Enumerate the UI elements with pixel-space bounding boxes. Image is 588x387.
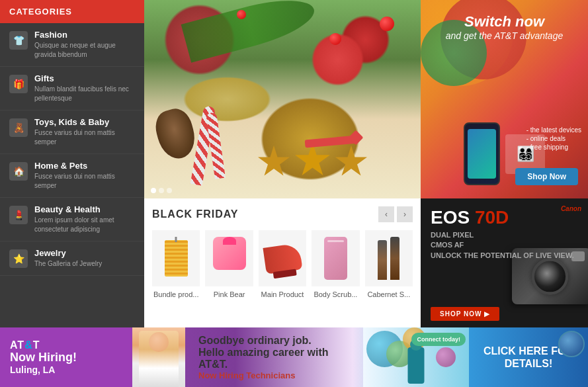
hero-image: [144, 0, 421, 198]
dot-1[interactable]: [151, 188, 156, 193]
att-phone-screen: [468, 129, 496, 179]
products-section: BLACK FRIDAY ‹ › Bundle prod...: [144, 198, 421, 327]
sidebar-item-beauty[interactable]: 💄 Beauty & Health Lorem ipsum dolor sit …: [0, 198, 144, 241]
product-item-body-scrub[interactable]: Body Scrub...: [312, 230, 359, 298]
att-globe-icon: [558, 331, 585, 357]
cookies-decoration: [257, 142, 368, 179]
bundle-image: [152, 230, 200, 286]
att-feature-1: - the latest devices: [526, 126, 581, 134]
dot-2[interactable]: [159, 188, 164, 193]
home-title: Home & Pets: [34, 161, 135, 171]
products-header: BLACK FRIDAY ‹ ›: [152, 206, 413, 222]
att-hello-text: Hello amazing career with AT&T.: [198, 347, 350, 370]
next-arrow[interactable]: ›: [397, 206, 413, 222]
fashion-desc: Quisque ac neque et augue gravida bibend…: [34, 41, 135, 60]
cabernet-name: Cabernet S...: [365, 290, 413, 298]
beauty-icon: 💄: [9, 206, 28, 224]
att-connect-section[interactable]: CLICK HERE FOR DETAILS!: [469, 327, 588, 387]
att-phone: [464, 122, 500, 185]
fashion-content: Fashion Quisque ac neque et augue gravid…: [34, 30, 135, 60]
prev-arrow[interactable]: ‹: [378, 206, 394, 222]
pink-bear-name: Pink Bear: [205, 290, 253, 298]
dot-3[interactable]: [167, 188, 172, 193]
eos-feature-1: DUAL PIXEL: [431, 230, 574, 240]
pine-cone-decoration: [151, 105, 200, 163]
att-advertisement[interactable]: Switch now and get the AT&T advantage 👨‍…: [421, 0, 588, 198]
eos-tagline: UNLOCK THE POTENTIAL OF LIVE VIEW.: [431, 251, 574, 261]
jewelry-content: Jewelry The Galleria of Jewelry: [34, 248, 102, 269]
eos-shop-button[interactable]: SHOP NOW ▶: [431, 307, 499, 321]
hero-slider[interactable]: [144, 0, 421, 198]
product-item-main-product[interactable]: Main Product: [259, 230, 306, 298]
ornament-3: [237, 10, 246, 19]
body-scrub-name: Body Scrub...: [312, 290, 359, 298]
home-icon: 🏠: [9, 162, 28, 181]
product-item-bundle[interactable]: Bundle prod...: [152, 230, 200, 298]
eos-features: DUAL PIXEL CMOS AF UNLOCK THE POTENTIAL …: [431, 230, 574, 261]
slider-dots: [151, 188, 172, 193]
att-feature-3: - free shipping: [526, 144, 581, 151]
jewelry-icon: ⭐: [9, 249, 28, 268]
sidebar-item-jewelry[interactable]: ⭐ Jewelry The Galleria of Jewelry: [0, 241, 144, 276]
camera-lens: [532, 258, 568, 294]
att-location: Luling, LA: [10, 365, 122, 375]
sidebar-item-gifts[interactable]: 🎁 Gifts Nullam blandit faucibus felis ne…: [0, 67, 144, 110]
eos-model: EOS 70D: [431, 208, 574, 227]
bundle-name: Bundle prod...: [152, 290, 200, 298]
home-desc: Fusce varius dui non mattis semper: [34, 172, 135, 191]
att-switch-text: Switch now: [446, 13, 563, 30]
products-inner: BLACK FRIDAY ‹ › Bundle prod...: [144, 198, 421, 306]
sidebar-item-toys[interactable]: 🧸 Toys, Kids & Baby Fusce varius dui non…: [0, 110, 144, 154]
product-item-pink-bear[interactable]: Pink Bear: [205, 230, 253, 298]
fashion-title: Fashion: [34, 30, 135, 40]
sidebar-header: CATEGORIES: [0, 0, 144, 23]
att-shop-button[interactable]: Shop Now: [515, 168, 578, 185]
toys-title: Toys, Kids & Baby: [34, 117, 135, 127]
att-bubble-area: Connect today!: [363, 327, 469, 387]
gifts-icon: 🎁: [9, 75, 28, 93]
ornament-1: [380, 17, 394, 31]
body-scrub-image: [312, 230, 359, 286]
branch-decoration: [181, 0, 319, 63]
att-advantage-text: and get the AT&T advantage: [446, 30, 563, 41]
jewelry-desc: The Galleria of Jewelry: [34, 259, 102, 269]
beauty-content: Beauty & Health Lorem ipsum dolor sit am…: [34, 204, 135, 234]
bottom-area: BLACK FRIDAY ‹ › Bundle prod...: [144, 198, 588, 327]
products-grid: Bundle prod... Pink Bear Main Product Bo…: [152, 230, 413, 298]
cabernet-image: [365, 230, 413, 286]
att-middle-text: Goodbye ordinary job. Hello amazing care…: [185, 327, 363, 387]
att-technicians-text: Now Hiring Technicians: [198, 370, 350, 380]
gifts-content: Gifts Nullam blandit faucibus felis nec …: [34, 73, 135, 103]
pink-bear-image: [205, 230, 253, 286]
canon-logo: Canon: [561, 205, 581, 212]
nav-arrows: ‹ ›: [378, 206, 413, 222]
bottom-banner: AT&T Now Hiring! Luling, LA Goodbye ordi…: [0, 327, 588, 387]
toys-icon: 🧸: [9, 118, 28, 137]
fashion-icon: 👕: [9, 31, 28, 50]
gifts-title: Gifts: [34, 73, 135, 83]
sidebar-item-home[interactable]: 🏠 Home & Pets Fusce varius dui non matti…: [0, 154, 144, 198]
toys-content: Toys, Kids & Baby Fusce varius dui non m…: [34, 117, 135, 147]
beauty-desc: Lorem ipsum dolor sit amet consectetur a…: [34, 216, 135, 234]
content-area: Switch now and get the AT&T advantage 👨‍…: [144, 0, 588, 327]
att-features-list: - the latest devices - online deals - fr…: [526, 126, 581, 152]
att-banner-logo: AT&T: [10, 339, 122, 351]
eos-advertisement[interactable]: Canon EOS 70D DUAL PIXEL CMOS AF UNLOCK …: [421, 198, 588, 327]
jewelry-title: Jewelry: [34, 248, 102, 258]
main-product-name: Main Product: [259, 290, 306, 298]
att-headline-area: Switch now and get the AT&T advantage: [446, 13, 563, 41]
sidebar-item-fashion[interactable]: 👕 Fashion Quisque ac neque et augue grav…: [0, 23, 144, 67]
main-product-image: [259, 230, 306, 286]
sidebar: CATEGORIES 👕 Fashion Quisque ac neque et…: [0, 0, 144, 327]
home-content: Home & Pets Fusce varius dui non mattis …: [34, 161, 135, 191]
products-title: BLACK FRIDAY: [152, 208, 239, 220]
ornament-2: [329, 33, 341, 45]
att-feature-2: - online deals: [526, 135, 581, 142]
att-hiring-section: AT&T Now Hiring! Luling, LA: [0, 327, 132, 387]
eos-feature-2: CMOS AF: [431, 240, 574, 250]
product-item-cabernet[interactable]: Cabernet S...: [365, 230, 413, 298]
speech-bubble: Connect today!: [411, 333, 466, 346]
gifts-desc: Nullam blandit faucibus felis nec pellen…: [34, 85, 135, 103]
toys-desc: Fusce varius dui non mattis semper: [34, 128, 135, 147]
att-hiring-text: Now Hiring!: [10, 351, 122, 365]
